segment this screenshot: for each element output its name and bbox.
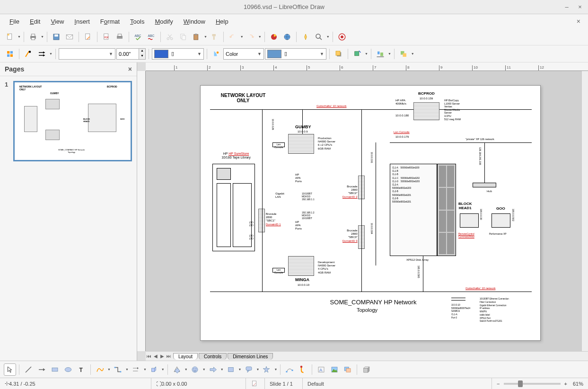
select-tool[interactable] xyxy=(4,363,16,376)
arrange-dropdown[interactable]: ▼ xyxy=(411,52,414,55)
vertical-scrollbar[interactable] xyxy=(581,71,588,351)
print-dropdown[interactable]: ▼ xyxy=(41,35,44,38)
status-signature[interactable] xyxy=(246,378,265,389)
lines-arrows-tool[interactable] xyxy=(130,363,142,376)
menu-view[interactable]: View xyxy=(46,16,69,27)
menu-modify[interactable]: Modify xyxy=(150,16,177,27)
fontwork-tool[interactable]: A xyxy=(315,363,327,376)
align-button[interactable] xyxy=(374,48,386,60)
menu-insert[interactable]: Insert xyxy=(70,16,95,27)
arrange-button[interactable] xyxy=(397,48,410,60)
gluepoints-tool[interactable] xyxy=(297,363,309,376)
tab-dimension[interactable]: Dimension Lines xyxy=(228,353,273,360)
spellcheck-button[interactable]: ABC xyxy=(132,31,144,43)
fill-type-combo[interactable]: Color▼ xyxy=(223,48,264,60)
tab-nav-prev[interactable]: ◀ xyxy=(152,354,159,359)
navigator-button[interactable] xyxy=(299,31,312,43)
3d-tool[interactable] xyxy=(148,363,160,376)
tab-nav-last[interactable]: ⏭ xyxy=(166,354,172,359)
horizontal-ruler[interactable]: 12 34 56 78 910 1112 xyxy=(146,62,588,71)
vertical-ruler[interactable] xyxy=(137,71,146,351)
line-width-input[interactable] xyxy=(117,51,139,57)
spinner-down[interactable]: ▼ xyxy=(139,54,145,59)
undo-button[interactable] xyxy=(227,31,239,43)
basic-shapes-tool[interactable] xyxy=(171,363,183,376)
status-style[interactable]: Default xyxy=(303,378,492,389)
zoom-in-button[interactable]: + xyxy=(564,381,567,387)
new-dropdown[interactable]: ▼ xyxy=(18,35,21,38)
export-pdf-button[interactable]: PDF xyxy=(100,31,113,43)
document-close-button[interactable]: × xyxy=(574,18,583,25)
cut-button[interactable] xyxy=(164,31,176,43)
spinner-up[interactable]: ▲ xyxy=(139,49,145,54)
line-color-button[interactable] xyxy=(22,48,35,60)
symbol-shapes-tool[interactable] xyxy=(189,363,201,376)
print-direct-button[interactable] xyxy=(114,31,126,43)
line-color-combo[interactable]: ▯▼ xyxy=(152,48,204,60)
fill-color-combo[interactable]: ▯▼ xyxy=(265,48,326,60)
line-style-combo[interactable]: ▼ xyxy=(59,48,115,60)
zoom-dropdown[interactable]: ▼ xyxy=(326,35,330,38)
menu-format[interactable]: Format xyxy=(96,16,124,27)
tab-nav-next[interactable]: ▶ xyxy=(159,354,166,359)
menu-file[interactable]: File xyxy=(5,16,24,27)
ellipse-tool[interactable] xyxy=(62,363,74,376)
stars-tool[interactable] xyxy=(260,363,272,376)
zoom-slider[interactable] xyxy=(504,383,561,385)
email-button[interactable] xyxy=(63,31,76,43)
minimize-button[interactable]: – xyxy=(563,4,570,10)
save-button[interactable] xyxy=(50,31,62,43)
menu-tools[interactable]: Tools xyxy=(125,16,149,27)
arrow-tool[interactable] xyxy=(35,363,48,376)
show-grid-button[interactable] xyxy=(4,48,16,60)
edit-file-button[interactable] xyxy=(82,31,94,43)
undo-dropdown[interactable]: ▼ xyxy=(240,35,244,38)
shadow-button[interactable] xyxy=(333,48,345,60)
hyperlink-button[interactable] xyxy=(281,31,293,43)
help-button[interactable] xyxy=(336,31,348,43)
zoom-value[interactable]: 61% xyxy=(573,381,583,387)
line-width-spinner[interactable]: ▲▼ xyxy=(116,48,146,60)
menu-edit[interactable]: Edit xyxy=(25,16,45,27)
arrow-style-dropdown[interactable]: ▼ xyxy=(49,52,53,55)
chart-button[interactable] xyxy=(268,31,280,43)
from-file-tool[interactable] xyxy=(328,363,341,376)
copy-button[interactable] xyxy=(177,31,189,43)
points-tool[interactable] xyxy=(283,363,296,376)
align-dropdown[interactable]: ▼ xyxy=(388,52,391,55)
line-tool[interactable] xyxy=(22,363,35,376)
paste-dropdown[interactable]: ▼ xyxy=(204,35,207,38)
close-button[interactable]: × xyxy=(577,4,583,10)
pages-panel-close[interactable]: × xyxy=(128,65,132,73)
zoom-out-button[interactable]: − xyxy=(497,381,500,387)
paste-button[interactable] xyxy=(190,31,202,43)
flowchart-tool[interactable] xyxy=(225,363,237,376)
rectangle-tool[interactable] xyxy=(49,363,61,376)
redo-button[interactable] xyxy=(245,31,257,43)
autospellcheck-button[interactable]: ABC xyxy=(145,31,158,43)
menu-window[interactable]: Window xyxy=(179,16,210,27)
area-style-button[interactable] xyxy=(210,48,222,60)
redo-dropdown[interactable]: ▼ xyxy=(258,35,262,38)
canvas[interactable]: NETWORK LAYOUTONLY Gottschalks' 10 netwo… xyxy=(146,71,581,351)
print-button[interactable] xyxy=(27,31,39,43)
gallery-tool[interactable] xyxy=(342,363,354,376)
crop-button[interactable] xyxy=(351,48,363,60)
text-tool[interactable]: T xyxy=(75,363,88,376)
tab-nav-first[interactable]: ⏮ xyxy=(146,354,152,359)
clone-format-button[interactable] xyxy=(208,31,220,43)
connector-tool[interactable] xyxy=(112,363,124,376)
new-button[interactable] xyxy=(4,31,16,43)
curve-tool[interactable] xyxy=(94,363,106,376)
zoom-button[interactable] xyxy=(313,31,325,43)
tab-layout[interactable]: Layout xyxy=(173,353,198,360)
extrusion-tool[interactable] xyxy=(360,363,372,376)
callouts-tool[interactable] xyxy=(243,363,255,376)
crop-dropdown[interactable]: ▼ xyxy=(365,52,368,55)
menu-help[interactable]: Help xyxy=(211,16,233,27)
tab-controls[interactable]: Controls xyxy=(199,353,227,360)
arrow-style-button[interactable] xyxy=(35,48,48,60)
block-arrows-tool[interactable] xyxy=(207,363,219,376)
drawing-page[interactable]: NETWORK LAYOUTONLY Gottschalks' 10 netwo… xyxy=(200,85,541,341)
page-thumbnail[interactable]: NETWORK LAYOUTONLY BCPROD GUMBY BLOCKHEA… xyxy=(13,81,132,161)
